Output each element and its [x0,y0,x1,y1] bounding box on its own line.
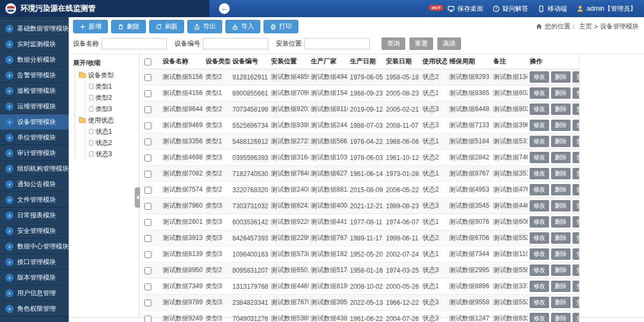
collapse-tree-handle[interactable] [135,187,140,208]
back-arrow-icon[interactable]: ← [219,3,230,14]
modify-button[interactable]: 修改 [530,265,549,276]
delete-row-button[interactable]: 删除 [551,200,570,211]
row-checkbox[interactable] [144,203,151,210]
sidebar-item-8[interactable]: ›单位管理模块 [0,130,69,145]
row-checkbox[interactable] [144,155,151,162]
view-button[interactable]: 查看 [573,216,579,228]
delete-row-button[interactable]: 删除 [551,120,570,131]
sidebar-item-9[interactable]: ›审计管理模块 [0,145,69,161]
sidebar-item-17[interactable]: ›版本管理模块 [0,270,69,286]
modify-button[interactable]: 修改 [530,184,549,195]
print-button[interactable]: 打印 [264,20,298,33]
import-button[interactable]: 导入 [225,20,260,33]
delete-row-button[interactable]: 删除 [551,265,570,276]
view-button[interactable]: 查看 [573,136,579,147]
tree-leaf[interactable]: 状态3 [89,149,138,160]
view-button[interactable]: 查看 [573,87,579,99]
sidebar-item-18[interactable]: ›用户信息管理 [0,286,69,301]
modify-button[interactable]: 修改 [530,200,549,211]
tree-leaf[interactable]: 类型1 [89,81,138,92]
tree-leaf[interactable]: 状态1 [89,126,138,137]
delete-row-button[interactable]: 删除 [551,71,570,83]
row-checkbox[interactable] [144,251,151,258]
delete-row-button[interactable]: 删除 [551,168,570,179]
modify-button[interactable]: 修改 [530,120,549,131]
row-checkbox[interactable] [144,138,151,145]
row-checkbox[interactable] [144,283,151,290]
row-checkbox[interactable] [144,267,151,274]
sidebar-item-12[interactable]: ›文件管理模块 [0,192,69,208]
sidebar-item-11[interactable]: ›通知公告模块 [0,177,69,192]
view-button[interactable]: 查看 [573,120,579,131]
sidebar-item-14[interactable]: ›安全管理模块 [0,223,69,239]
row-checkbox[interactable] [144,219,151,226]
add-button[interactable]: 新增 [73,20,108,33]
view-button[interactable]: 查看 [573,104,579,115]
tree-folder-1[interactable]: 设备类型 [79,70,138,81]
modify-button[interactable]: 修改 [530,136,549,147]
delete-row-button[interactable]: 删除 [551,281,570,292]
tree-leaf[interactable]: 类型3 [89,104,138,115]
question-answer-link[interactable]: ?疑问解答 [493,4,528,13]
sidebar-item-19[interactable]: ›角色权限管理 [0,301,69,317]
device-name-input[interactable] [101,38,167,49]
tree-root-toggle[interactable]: 展开/收缩 [73,57,138,70]
view-button[interactable]: 查看 [573,71,579,83]
view-button[interactable]: 查看 [573,281,579,292]
modify-button[interactable]: 修改 [530,87,549,99]
row-checkbox[interactable] [144,299,151,306]
delete-row-button[interactable]: 删除 [551,232,570,244]
tree-folder-2[interactable]: 使用状态 [79,115,138,126]
row-checkbox[interactable] [144,90,151,97]
reset-button[interactable]: 重置 [409,38,433,50]
view-button[interactable]: 查看 [573,248,579,260]
view-button[interactable]: 查看 [573,313,579,322]
row-checkbox[interactable] [144,235,151,242]
view-button[interactable]: 查看 [573,200,579,211]
sidebar-item-4[interactable]: ›告警管理模块 [0,68,69,83]
tree-leaf[interactable]: 状态2 [89,137,138,149]
sidebar-item-15[interactable]: ›数据中心管理模块 [0,239,69,254]
advanced-button[interactable]: 高级 [437,38,461,50]
view-button[interactable]: 查看 [573,297,579,308]
view-button[interactable]: 查看 [573,265,579,276]
row-checkbox[interactable] [144,122,151,129]
modify-button[interactable]: 修改 [530,297,549,308]
breadcrumb-home[interactable]: 主页 [579,22,592,31]
save-desktop-link[interactable]: 保存桌面 [448,4,483,13]
device-code-input[interactable] [203,38,268,49]
delete-row-button[interactable]: 删除 [551,184,570,195]
delete-row-button[interactable]: 删除 [551,313,570,322]
delete-row-button[interactable]: 删除 [551,216,570,228]
sidebar-item-6[interactable]: ›运维管理模块 [0,99,69,114]
refresh-button[interactable]: 刷新 [149,20,184,33]
modify-button[interactable]: 修改 [530,152,549,163]
modify-button[interactable]: 修改 [530,248,549,260]
delete-row-button[interactable]: 删除 [551,248,570,260]
mobile-link[interactable]: 移动端 [538,4,567,13]
sidebar-item-2[interactable]: ›实时监测模块 [0,36,69,52]
delete-row-button[interactable]: 删除 [551,297,570,308]
delete-row-button[interactable]: 删除 [551,136,570,147]
modify-button[interactable]: 修改 [530,104,549,115]
modify-button[interactable]: 修改 [530,281,549,292]
tree-leaf[interactable]: 类型2 [89,92,138,104]
sidebar-item-7[interactable]: ›设备管理模块 [0,114,69,130]
select-all-checkbox[interactable] [144,58,151,65]
sidebar-item-16[interactable]: ›接口管理模块 [0,254,69,270]
view-button[interactable]: 查看 [573,232,579,244]
view-button[interactable]: 查看 [573,152,579,163]
modify-button[interactable]: 修改 [530,168,549,179]
modify-button[interactable]: 修改 [530,216,549,228]
row-checkbox[interactable] [144,171,151,178]
row-checkbox[interactable] [144,106,151,113]
user-menu[interactable]: admin【管理员】 [576,4,636,13]
modify-button[interactable]: 修改 [530,313,549,322]
sidebar-item-5[interactable]: ›巡检管理模块 [0,83,69,99]
delete-row-button[interactable]: 删除 [551,87,570,99]
row-checkbox[interactable] [144,187,151,194]
delete-row-button[interactable]: 删除 [551,104,570,115]
delete-button[interactable]: 删除 [111,20,146,33]
sidebar-item-10[interactable]: ›组织机构管理模块 [0,161,69,177]
delete-row-button[interactable]: 删除 [551,152,570,163]
